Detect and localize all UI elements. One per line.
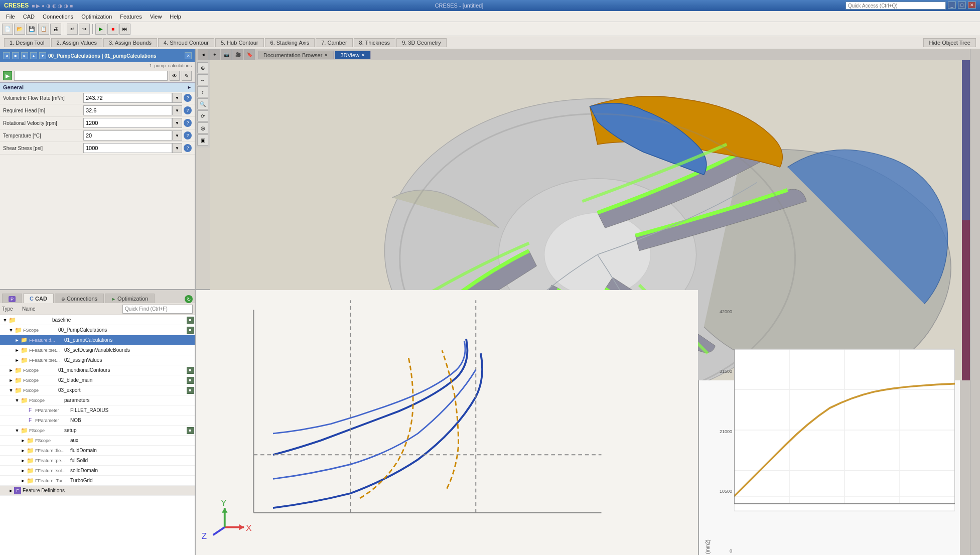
menu-view[interactable]: View [146,13,166,21]
expand-01merid[interactable]: ► [8,368,14,373]
tree-row-01pumpcalc[interactable]: ► 📁 FFeature::f... 01_pumpCalculations [0,335,195,345]
vl-btn-5[interactable]: ⟳ [197,110,208,121]
expand-baseline[interactable]: ▼ [2,318,8,323]
tree-action-03export[interactable]: ■ [187,387,194,394]
doc-close-btn[interactable]: ✕ [324,53,328,58]
temperature-dropdown[interactable]: ▼ [172,130,182,141]
tree-row-02blade[interactable]: ► 📁 FScope 02_blade_main ■ [0,375,195,385]
step-hub-contour[interactable]: 5. Hub Contour [215,38,264,47]
tree-row-pumpcalc[interactable]: ▼ 📁 FScope 00_PumpCalculations ■ [0,325,195,335]
close-btn[interactable]: ✕ [968,2,976,9]
tree-action-02blade[interactable]: ■ [187,377,194,384]
step-assign-values[interactable]: 2. Assign Values [51,38,103,47]
rotation-dropdown[interactable]: ▼ [172,118,182,128]
tree-row-fluid[interactable]: ► 📁 FFeature::flo... fluidDomain [0,446,195,456]
view-tb-add[interactable]: + [209,49,220,60]
tb-save-as[interactable]: 📋 [38,24,49,35]
expand-pumpcalc[interactable]: ▼ [8,328,14,333]
flow-rate-input[interactable] [83,93,172,103]
vl-btn-4[interactable]: 🔍 [197,98,208,109]
rotation-help[interactable]: ? [184,119,192,127]
view-tb-prev[interactable]: ◄ [198,49,209,60]
expand-solid[interactable]: ► [20,468,26,473]
tree-row-parameters[interactable]: ▼ 📁 FScope parameters [0,395,195,405]
expand-aux[interactable]: ► [20,438,26,443]
vl-btn-1[interactable]: ⊕ [197,62,208,73]
shear-dropdown[interactable]: ▼ [172,143,182,153]
vl-btn-3[interactable]: ↕ [197,86,208,97]
tb-print[interactable]: 🖨 [50,24,61,35]
right-panel-tab-2[interactable] [962,220,970,380]
tree-search-input[interactable] [122,305,193,314]
vl-btn-2[interactable]: ↔ [197,74,208,85]
panel-prev[interactable]: ◄ [3,52,10,59]
menu-features[interactable]: Features [116,13,146,21]
head-dropdown[interactable]: ▼ [172,105,182,115]
step-assign-bounds[interactable]: 3. Assign Bounds [103,38,157,47]
run-button[interactable]: ▶ [3,71,12,80]
tree-row-03export[interactable]: ▼ 📁 FScope 03_export ■ [0,385,195,395]
flow-rate-help[interactable]: ? [184,94,192,102]
tb-open[interactable]: 📂 [14,24,25,35]
expand-turbo[interactable]: ► [20,478,26,483]
head-help[interactable]: ? [184,106,192,114]
quick-access-input[interactable] [846,2,946,10]
expand-setup[interactable]: ▼ [14,428,20,433]
tree-action-01merid[interactable]: ■ [187,367,194,374]
menu-file[interactable]: File [2,13,19,21]
tree-action-pumpcalc[interactable]: ■ [187,327,194,334]
panel-expand[interactable]: ■ [12,52,19,59]
expand-03set[interactable]: ► [14,348,20,353]
tree-row-nob[interactable]: F FParameter NOB [0,415,195,426]
tree-row-fullsolid[interactable]: ► 📁 FFeature::pe... fullSolid [0,456,195,466]
tree-refresh-btn[interactable]: ↻ [185,295,193,303]
tb-save[interactable]: 💾 [26,24,37,35]
cad-tab-connections[interactable]: ⊕ Connections [55,294,104,303]
expand-02blade[interactable]: ► [8,378,14,383]
3dview-close-btn[interactable]: ✕ [361,53,365,58]
view-tb-bookmark[interactable]: 🔖 [244,49,255,60]
tree-row-turbo[interactable]: ► 📁 FFeature::Tur... TurboGrid [0,476,195,486]
expand-feature-def[interactable]: ► [8,488,14,493]
flow-rate-dropdown[interactable]: ▼ [172,93,182,103]
tb-step[interactable]: ⏭ [119,24,130,35]
step-shroud-contour[interactable]: 4. Shroud Contour [158,38,214,47]
tree-row-baseline[interactable]: ▼ 📁 baseline ■ [0,315,195,325]
tree-row-02assign[interactable]: ► 📁 FFeature::set... 02_assignValues [0,355,195,365]
expand-01pumpcalc[interactable]: ► [14,338,20,343]
tb-stop[interactable]: ■ [107,24,118,35]
step-3d-geometry[interactable]: 9. 3D Geometry [396,38,447,47]
vl-btn-6[interactable]: ◎ [197,122,208,133]
tree-row-aux[interactable]: ► 📁 FScope aux [0,436,195,446]
right-panel-tab-1[interactable] [962,60,970,220]
panel-up[interactable]: ▲ [30,52,37,59]
panel-next[interactable]: ► [21,52,28,59]
view-tb-screenshot[interactable]: 📷 [221,49,232,60]
minimize-btn[interactable]: _ [948,2,956,9]
tree-row-setup[interactable]: ▼ 📁 FScope setup ■ [0,426,195,436]
view-tab-docbrowser[interactable]: Documentation Browser ✕ [258,51,334,59]
expand-fullsolid[interactable]: ► [20,458,26,463]
panel-close[interactable]: ✕ [185,52,192,59]
step-camber[interactable]: 7. Camber [316,38,352,47]
tree-row-feature-def[interactable]: ► F Feature Definitions [0,486,195,496]
expand-parameters[interactable]: ▼ [14,398,20,403]
cad-tab-p[interactable]: P [2,294,22,303]
tree-row-03set[interactable]: ► 📁 FFeature::set... 03_setDesignVariabl… [0,345,195,355]
cad-tab-optimization[interactable]: ► Optimization [105,294,155,303]
run-name-input[interactable]: 01_pumpCalculations [14,71,168,81]
general-section-header[interactable]: General ► [0,82,195,92]
panel-down[interactable]: ▼ [39,52,46,59]
temperature-input[interactable] [83,130,172,141]
eye-btn[interactable]: 👁 [170,71,180,81]
tb-redo[interactable]: ↪ [79,24,90,35]
expand-02assign[interactable]: ► [14,358,20,363]
tree-action-baseline[interactable]: ■ [187,317,194,324]
shear-help[interactable]: ? [184,144,192,152]
view-tab-3dview[interactable]: 3DView ✕ [335,51,371,59]
menu-optimization[interactable]: Optimization [77,13,116,21]
menu-cad[interactable]: CAD [19,13,39,21]
tb-run[interactable]: ▶ [95,24,106,35]
expand-03export[interactable]: ▼ [8,388,14,393]
tb-undo[interactable]: ↩ [67,24,78,35]
